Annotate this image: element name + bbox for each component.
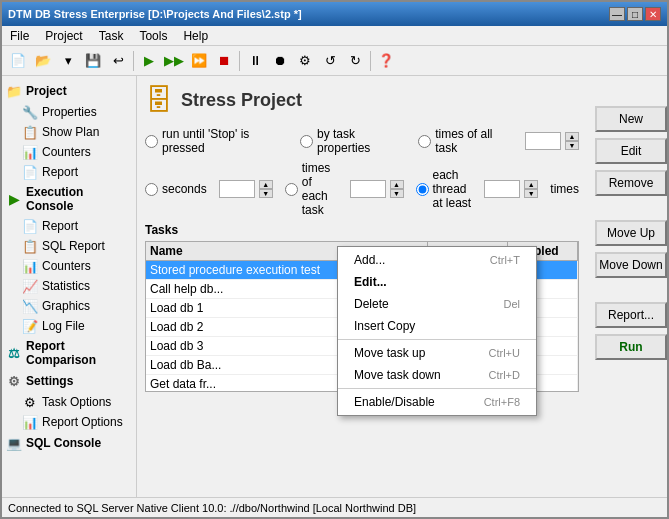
ctx-edit[interactable]: Edit... bbox=[338, 271, 536, 293]
close-button[interactable]: ✕ bbox=[645, 7, 661, 21]
times-each-down[interactable]: ▼ bbox=[390, 189, 404, 198]
radio-each-thread-input[interactable] bbox=[416, 183, 429, 196]
times-all-down[interactable]: ▼ bbox=[565, 141, 579, 150]
tb-help-button[interactable]: ❓ bbox=[374, 49, 398, 73]
project-icon-large: 🗄 bbox=[145, 84, 173, 117]
radio-by-task-input[interactable] bbox=[300, 135, 313, 148]
report-exec-icon: 📄 bbox=[22, 218, 38, 234]
tb-run2-button[interactable]: ▶▶ bbox=[162, 49, 186, 73]
menu-project[interactable]: Project bbox=[37, 27, 90, 45]
sidebar-item-counters-exec[interactable]: 📊 Counters bbox=[2, 256, 136, 276]
sidebar-item-showplan-label: Show Plan bbox=[42, 125, 99, 139]
menu-file[interactable]: File bbox=[2, 27, 37, 45]
tb-run-button[interactable]: ▶ bbox=[137, 49, 161, 73]
sidebar-category-sqlconsole[interactable]: 💻 SQL Console bbox=[2, 432, 136, 454]
sidebar-item-reportoptions[interactable]: 📊 Report Options bbox=[2, 412, 136, 432]
maximize-button[interactable]: □ bbox=[627, 7, 643, 21]
radio-times-all-input[interactable] bbox=[418, 135, 431, 148]
tasks-label: Tasks bbox=[145, 223, 579, 237]
sidebar-item-report-project-label: Report bbox=[42, 165, 78, 179]
times-all-value[interactable]: 1 bbox=[525, 132, 561, 150]
showplan-icon: 📋 bbox=[22, 124, 38, 140]
menu-tools[interactable]: Tools bbox=[131, 27, 175, 45]
counters-project-icon: 📊 bbox=[22, 144, 38, 160]
sidebar-item-statistics[interactable]: 📈 Statistics bbox=[2, 276, 136, 296]
sidebar-item-taskoptions[interactable]: ⚙ Task Options bbox=[2, 392, 136, 412]
ctx-move-down-label: Move task down bbox=[354, 368, 441, 382]
times-all-spin: 1 ▲ ▼ bbox=[525, 132, 579, 150]
move-down-button[interactable]: Move Down bbox=[595, 252, 667, 278]
counters-exec-icon: 📊 bbox=[22, 258, 38, 274]
sidebar-item-showplan[interactable]: 📋 Show Plan bbox=[2, 122, 136, 142]
times-all-up[interactable]: ▲ bbox=[565, 132, 579, 141]
sidebar-category-project[interactable]: 📁 Project bbox=[2, 80, 136, 102]
radio-times-each-input[interactable] bbox=[285, 183, 298, 196]
sqlreport-icon: 📋 bbox=[22, 238, 38, 254]
remove-button[interactable]: Remove bbox=[595, 170, 667, 196]
tb-save-button[interactable]: 💾 bbox=[81, 49, 105, 73]
btn-spacer bbox=[595, 202, 667, 214]
sidebar-category-project-label: Project bbox=[26, 84, 67, 98]
sidebar-item-logfile[interactable]: 📝 Log File bbox=[2, 316, 136, 336]
ctx-enable-disable-shortcut: Ctrl+F8 bbox=[484, 396, 520, 408]
tb-step-button[interactable]: ⏩ bbox=[187, 49, 211, 73]
seconds-up[interactable]: ▲ bbox=[259, 180, 273, 189]
minimize-button[interactable]: — bbox=[609, 7, 625, 21]
ctx-move-up[interactable]: Move task up Ctrl+U bbox=[338, 342, 536, 364]
each-thread-up[interactable]: ▲ bbox=[524, 180, 538, 189]
sidebar-item-graphics-label: Graphics bbox=[42, 299, 90, 313]
times-each-spin-buttons: ▲ ▼ bbox=[390, 180, 404, 198]
report-button[interactable]: Report... bbox=[595, 302, 667, 328]
ctx-insert-copy[interactable]: Insert Copy bbox=[338, 315, 536, 337]
tb-cfg-button[interactable]: ⚙ bbox=[293, 49, 317, 73]
menu-help[interactable]: Help bbox=[175, 27, 216, 45]
sidebar-item-taskoptions-label: Task Options bbox=[42, 395, 111, 409]
ctx-sep-2 bbox=[338, 388, 536, 389]
radio-seconds-input[interactable] bbox=[145, 183, 158, 196]
tb-stop-button[interactable]: ⏹ bbox=[212, 49, 236, 73]
tb-back-button[interactable]: ↺ bbox=[318, 49, 342, 73]
ctx-delete[interactable]: Delete Del bbox=[338, 293, 536, 315]
sidebar-item-sqlreport[interactable]: 📋 SQL Report bbox=[2, 236, 136, 256]
run-button[interactable]: Run bbox=[595, 334, 667, 360]
ctx-enable-disable[interactable]: Enable/Disable Ctrl+F8 bbox=[338, 391, 536, 413]
tb-open-button[interactable]: 📂 bbox=[31, 49, 55, 73]
sidebar-item-report-exec-label: Report bbox=[42, 219, 78, 233]
tb-undo-button[interactable]: ↩ bbox=[106, 49, 130, 73]
sidebar-category-exec[interactable]: ▶ Execution Console bbox=[2, 182, 136, 216]
project-title: Stress Project bbox=[181, 90, 302, 111]
seconds-spin-buttons: ▲ ▼ bbox=[259, 180, 273, 198]
right-buttons: New Edit Remove Move Up Move Down Report… bbox=[595, 76, 667, 497]
each-thread-down[interactable]: ▼ bbox=[524, 189, 538, 198]
sidebar-item-report-exec[interactable]: 📄 Report bbox=[2, 216, 136, 236]
sidebar-item-counters-project[interactable]: 📊 Counters bbox=[2, 142, 136, 162]
ctx-move-down-shortcut: Ctrl+D bbox=[489, 369, 520, 381]
new-button[interactable]: New bbox=[595, 106, 667, 132]
tb-dropdown-button[interactable]: ▾ bbox=[56, 49, 80, 73]
menu-task[interactable]: Task bbox=[91, 27, 132, 45]
move-up-button[interactable]: Move Up bbox=[595, 220, 667, 246]
ctx-move-down[interactable]: Move task down Ctrl+D bbox=[338, 364, 536, 386]
sidebar-item-properties[interactable]: 🔧 Properties bbox=[2, 102, 136, 122]
sidebar-item-graphics[interactable]: 📉 Graphics bbox=[2, 296, 136, 316]
ctx-sep-1 bbox=[338, 339, 536, 340]
times-each-value[interactable]: 1 bbox=[350, 180, 386, 198]
tb-pause-button[interactable]: ⏸ bbox=[243, 49, 267, 73]
tb-fwd-button[interactable]: ↻ bbox=[343, 49, 367, 73]
tb-new-button[interactable]: 📄 bbox=[6, 49, 30, 73]
sidebar-category-comparison[interactable]: ⚖ Report Comparison bbox=[2, 336, 136, 370]
tb-resume-button[interactable]: ⏺ bbox=[268, 49, 292, 73]
sidebar-item-report-project[interactable]: 📄 Report bbox=[2, 162, 136, 182]
sidebar-category-settings[interactable]: ⚙ Settings bbox=[2, 370, 136, 392]
sidebar-item-logfile-label: Log File bbox=[42, 319, 85, 333]
times-each-up[interactable]: ▲ bbox=[390, 180, 404, 189]
radio-run-stop-input[interactable] bbox=[145, 135, 158, 148]
seconds-value[interactable]: 10 bbox=[219, 180, 255, 198]
seconds-down[interactable]: ▼ bbox=[259, 189, 273, 198]
radio-each-thread: each thread at least bbox=[416, 168, 473, 210]
each-thread-spin-buttons: ▲ ▼ bbox=[524, 180, 538, 198]
ctx-add-shortcut: Ctrl+T bbox=[490, 254, 520, 266]
ctx-add[interactable]: Add... Ctrl+T bbox=[338, 249, 536, 271]
each-thread-value[interactable]: 5 bbox=[484, 180, 520, 198]
edit-button[interactable]: Edit bbox=[595, 138, 667, 164]
